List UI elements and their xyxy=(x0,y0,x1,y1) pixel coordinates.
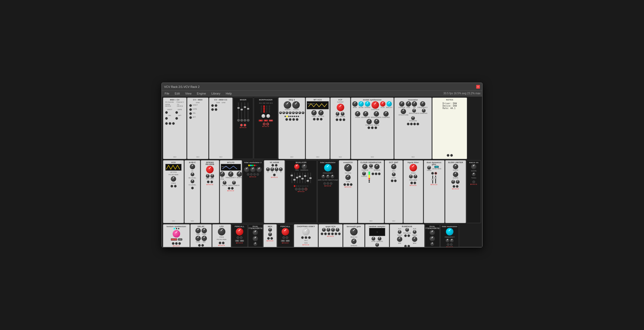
knob-balance[interactable] xyxy=(405,228,409,232)
fader3[interactable] xyxy=(244,102,246,122)
knob-tidal-smooth[interactable] xyxy=(331,175,334,178)
menu-engine[interactable]: Engine xyxy=(196,91,207,96)
menu-help[interactable]: Help xyxy=(225,91,233,96)
knob-wet[interactable] xyxy=(210,174,214,178)
mux-fader1[interactable] xyxy=(291,172,293,183)
knob-percall2[interactable] xyxy=(282,228,289,235)
knob-steps[interactable] xyxy=(292,101,300,109)
knob-damping[interactable] xyxy=(383,111,389,117)
menu-file[interactable]: File xyxy=(164,91,171,96)
knob-sustain[interactable] xyxy=(275,167,278,171)
knob-strike[interactable] xyxy=(365,101,370,107)
knob-attack[interactable] xyxy=(266,167,270,171)
knob-slew-shape1[interactable] xyxy=(453,164,458,169)
knob-ramp-trigg-b[interactable] xyxy=(413,230,416,234)
btn-level-mod[interactable]: LVL xyxy=(434,166,439,168)
knob-xfade[interactable] xyxy=(266,114,270,118)
knob-res[interactable] xyxy=(336,112,339,116)
knob-even-tune[interactable] xyxy=(345,175,351,180)
knob-tidal-slope[interactable] xyxy=(326,175,330,178)
knob-slow[interactable] xyxy=(358,101,364,107)
knob-fine[interactable] xyxy=(406,101,411,107)
knob-macro-shape[interactable] xyxy=(471,164,476,169)
knob-res-pos[interactable] xyxy=(411,116,415,120)
knob-bow[interactable] xyxy=(352,101,358,107)
btn-b[interactable]: B xyxy=(264,119,268,122)
btn-percall1-out[interactable]: OUT xyxy=(240,240,244,242)
btn-percall1-in[interactable]: IN xyxy=(235,240,239,242)
knob-datt1-offset[interactable] xyxy=(253,242,257,246)
knob-fdbk[interactable] xyxy=(202,228,207,233)
knob-datt2-a[interactable] xyxy=(430,230,435,235)
knob-timbre[interactable] xyxy=(355,111,360,117)
knob-mallet[interactable] xyxy=(387,101,392,107)
knob-mex1[interactable] xyxy=(268,228,272,232)
knob-ramp-trigg-a[interactable] xyxy=(398,230,401,234)
knob-morph[interactable] xyxy=(262,114,265,118)
knob-lfo-shape[interactable] xyxy=(237,171,242,177)
knob-b1[interactable] xyxy=(191,172,194,176)
knob-slope[interactable] xyxy=(223,181,226,185)
btn-percall2-out[interactable]: OUT xyxy=(286,240,290,242)
btn-audio[interactable]: AUD xyxy=(269,119,273,122)
knob-structure[interactable] xyxy=(401,109,406,114)
mux-fader3[interactable] xyxy=(296,172,298,183)
dd-fader2[interactable] xyxy=(434,175,437,183)
knob-decay[interactable] xyxy=(270,167,274,171)
fader4[interactable] xyxy=(247,102,249,122)
knob-res-damp[interactable] xyxy=(422,109,426,112)
step6[interactable] xyxy=(295,111,298,114)
btn-size[interactable]: SIZE xyxy=(178,238,182,241)
fader1[interactable] xyxy=(237,102,240,122)
menu-edit[interactable]: Edit xyxy=(174,91,181,96)
mux-fader4[interactable] xyxy=(299,172,301,183)
knob-spring-main[interactable] xyxy=(206,166,214,173)
knob-lfo-wtpos[interactable] xyxy=(220,171,225,177)
step7[interactable] xyxy=(298,111,301,114)
knob-smooth[interactable] xyxy=(232,181,236,185)
knob-lfo3-freq[interactable] xyxy=(218,228,225,235)
knob-coarse[interactable] xyxy=(399,101,404,107)
knob-oct[interactable] xyxy=(391,164,396,169)
knob-mex2[interactable] xyxy=(268,232,272,236)
step4[interactable] xyxy=(289,111,291,114)
knob-vca1[interactable] xyxy=(322,228,326,232)
knob-cloud-fine[interactable] xyxy=(369,164,373,168)
btn-a[interactable]: A xyxy=(259,119,263,122)
fader2[interactable] xyxy=(241,102,243,122)
knob-c1[interactable] xyxy=(191,179,194,183)
knob-bernoulli-rate[interactable] xyxy=(350,228,358,235)
knob-ramp-max[interactable] xyxy=(412,237,417,242)
knob-tidal-freq[interactable] xyxy=(324,164,332,171)
knob-length[interactable] xyxy=(378,237,381,241)
mux-fader8[interactable] xyxy=(309,172,312,183)
knob-wtpos[interactable] xyxy=(318,110,324,115)
knob-lfo-freq[interactable] xyxy=(228,171,233,177)
knob-macro-timbre[interactable] xyxy=(472,172,476,176)
knob-cloud-coarse[interactable] xyxy=(362,164,368,169)
knob-ofst[interactable] xyxy=(392,172,396,176)
mux-fader2[interactable] xyxy=(293,172,296,183)
knob-address[interactable] xyxy=(302,164,307,169)
knob-tidal2-1[interactable] xyxy=(244,167,249,172)
knob-position[interactable] xyxy=(366,119,372,124)
btn-percall2-in[interactable]: IN xyxy=(281,240,285,242)
knob-play[interactable] xyxy=(380,101,385,107)
knob-res-fm[interactable] xyxy=(412,101,417,107)
knob-release[interactable] xyxy=(279,167,283,171)
knob-liquid-mod[interactable] xyxy=(414,175,417,178)
knob-tone[interactable] xyxy=(195,236,201,241)
knob-vca4[interactable] xyxy=(336,228,339,232)
step3[interactable] xyxy=(286,111,288,114)
knob-cutoff[interactable] xyxy=(337,104,344,111)
menu-view[interactable]: View xyxy=(184,91,193,96)
knob-a1[interactable] xyxy=(190,164,195,169)
dd-fader1[interactable] xyxy=(431,175,434,183)
knob-cloud-spread[interactable] xyxy=(374,164,380,169)
knob-percall1[interactable] xyxy=(236,228,243,235)
knob-wtvco-freq[interactable] xyxy=(311,110,317,115)
knob-texture-main[interactable] xyxy=(173,230,180,238)
knob-datt1-b[interactable] xyxy=(253,236,258,241)
knob-tidal3-slope[interactable] xyxy=(450,239,454,242)
knob-brightness[interactable] xyxy=(374,111,379,117)
